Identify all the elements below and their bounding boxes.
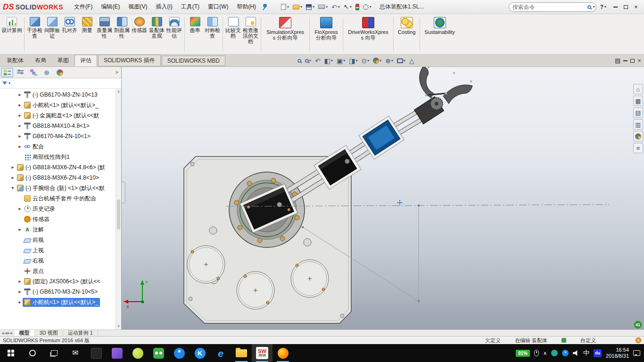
dropdown-caret-icon[interactable]: ▾: [404, 59, 405, 63]
dropdown-caret-icon[interactable]: ▾: [380, 59, 381, 63]
panel-expand-arrow-icon[interactable]: >: [114, 70, 120, 75]
baidu-ime-icon[interactable]: du: [594, 349, 602, 357]
tree-item[interactable]: ▸(-) GB6170-M3-ZN-10<13: [0, 90, 121, 100]
tray-expand-icon[interactable]: ∧: [543, 351, 547, 356]
dropdown-caret-icon[interactable]: ▾: [356, 59, 358, 63]
taskbar-kugou-app[interactable]: K: [190, 344, 210, 362]
expand-arrow-icon[interactable]: ▸: [17, 227, 23, 232]
hole-alignment-button[interactable]: 孔对齐: [61, 15, 78, 53]
measure-button[interactable]: 测量: [78, 15, 96, 53]
menu-window[interactable]: 窗口(W): [204, 0, 232, 14]
filter-caret-icon[interactable]: ▾: [8, 82, 10, 85]
taskbar-mail-app[interactable]: ✉: [65, 344, 86, 362]
mouse-settings-icon[interactable]: [534, 350, 539, 356]
menu-edit[interactable]: 编辑(E): [97, 0, 124, 14]
performance-evaluation-button[interactable]: 性能评估: [165, 15, 183, 53]
pin-menu-icon[interactable]: [262, 4, 267, 10]
mass-properties-button[interactable]: 质量属性: [96, 15, 113, 53]
simulationxpress-button[interactable]: SimulationXpress 分析向导: [263, 15, 308, 53]
expand-arrow-icon[interactable]: ▸: [17, 300, 23, 304]
taskbar-yellowgreen-app[interactable]: [127, 344, 148, 362]
tree-item[interactable]: 右视: [0, 255, 121, 266]
tab-sketch[interactable]: 草图: [52, 55, 74, 66]
menu-file[interactable]: 文件(F): [70, 0, 97, 14]
tab-property-manager[interactable]: [14, 68, 26, 77]
model-canvas[interactable]: * * * Y: [122, 67, 644, 329]
symmetry-check-button[interactable]: 对称检查: [204, 15, 221, 53]
dropdown-caret-icon[interactable]: ▾: [343, 59, 345, 63]
resource-monitor-icon[interactable]: [636, 337, 641, 343]
expand-arrow-icon[interactable]: ▸: [17, 206, 23, 211]
panel-splitter-handle[interactable]: [122, 181, 125, 203]
expand-arrow-icon[interactable]: ▸: [17, 123, 23, 128]
custom-properties-icon[interactable]: ≡: [633, 143, 643, 153]
assembly-visualization-button[interactable]: 装配体直观: [148, 15, 165, 53]
tab-display-manager[interactable]: [54, 68, 66, 77]
interference-check-button[interactable]: 干涉检查: [26, 15, 43, 53]
scrollbar-thumb[interactable]: [117, 199, 120, 230]
previous-view-button[interactable]: ↶: [314, 56, 322, 66]
tab-model[interactable]: 模型: [15, 330, 35, 336]
view-palette-icon[interactable]: ▥: [633, 119, 643, 130]
prev-tab-icon[interactable]: ◀: [4, 331, 7, 335]
options-button[interactable]: ▾: [362, 3, 373, 11]
view-settings-button[interactable]: ▾: [396, 56, 407, 66]
taskbar-file-explorer[interactable]: [231, 344, 252, 362]
taskbar-ie-app[interactable]: e: [210, 344, 231, 362]
maximize-button[interactable]: [620, 2, 631, 12]
tab-dimxpert-manager[interactable]: ⊕: [41, 68, 53, 77]
check-active-document-button[interactable]: 检查激活的文档: [242, 15, 259, 53]
expand-arrow-icon[interactable]: ▸: [17, 103, 23, 107]
tree-item[interactable]: ▾(-) 手腕组合 (新) <1> (默认<<默: [0, 183, 121, 193]
filter-funnel-icon[interactable]: [2, 82, 7, 87]
dropdown-caret-icon[interactable]: ▾: [338, 5, 340, 9]
driveworksxpress-button[interactable]: DriveWorksXpress 向导: [345, 15, 392, 53]
tree-item[interactable]: 原点: [0, 266, 121, 276]
tree-item[interactable]: ▸GB6170-M4-ZN-10<1>: [0, 131, 121, 141]
dropdown-caret-icon[interactable]: ▾: [331, 59, 333, 63]
display-style-button[interactable]: ◨▾: [347, 56, 359, 66]
doc-minimize-icon[interactable]: [623, 60, 627, 61]
status-custom[interactable]: 自定义: [580, 337, 596, 344]
dropdown-caret-icon[interactable]: ▾: [326, 5, 328, 9]
expand-arrow-icon[interactable]: ▸: [17, 279, 23, 284]
tree-item[interactable]: ▸(-) GB818-M3X6-ZN-4.8<10>: [0, 173, 121, 183]
tree-item[interactable]: 前视: [0, 235, 121, 245]
tree-item[interactable]: 局部线性阵列1: [0, 152, 121, 162]
doc-close-icon[interactable]: ×: [637, 58, 641, 64]
design-library-icon[interactable]: ▦: [633, 96, 643, 106]
tab-3d-views[interactable]: 3D 视图: [35, 330, 63, 336]
menu-insert[interactable]: 插入(I): [151, 0, 176, 14]
tray-blue-icon[interactable]: *: [562, 350, 569, 356]
dropdown-caret-icon[interactable]: ▾: [313, 5, 314, 9]
task-view-button[interactable]: [43, 344, 65, 362]
search-icon[interactable]: [587, 5, 591, 9]
tab-layout[interactable]: 布局: [29, 55, 52, 66]
tab-assembly[interactable]: 装配体: [1, 55, 29, 66]
open-button[interactable]: ▾: [291, 4, 304, 10]
tree-scrollbar[interactable]: ∧ ∨: [116, 89, 121, 329]
rebuild-button[interactable]: [354, 3, 361, 11]
help-button[interactable]: ?▾: [600, 4, 606, 10]
menu-tools[interactable]: 工具(T): [177, 0, 204, 14]
scroll-down-icon[interactable]: ∨: [117, 323, 120, 329]
doc-restore-icon[interactable]: [630, 59, 635, 63]
tab-solidworks-addins[interactable]: SOLIDWORKS 插件: [98, 55, 161, 66]
close-button[interactable]: ×: [631, 2, 641, 12]
clearance-verification-button[interactable]: 间隙验证: [43, 15, 61, 53]
minimize-button[interactable]: [610, 2, 620, 12]
expand-arrow-icon[interactable]: ▸: [10, 165, 16, 170]
cortana-search-button[interactable]: [22, 344, 43, 362]
tab-configuration-manager[interactable]: [27, 68, 40, 77]
expand-arrow-icon[interactable]: ▸: [17, 144, 23, 149]
dropdown-caret-icon[interactable]: ▾: [370, 5, 372, 9]
tab-solidworks-mbd[interactable]: SOLIDWORKS MBD: [162, 56, 225, 66]
undo-button[interactable]: ↶▾: [330, 3, 341, 11]
last-tab-icon[interactable]: ▶: [10, 331, 13, 335]
taskbar-green-chat-app[interactable]: [148, 344, 169, 362]
tree-item[interactable]: 云台机械手套件 中的配合: [0, 193, 121, 204]
scroll-up-icon[interactable]: ∧: [117, 89, 120, 95]
hide-show-items-button[interactable]: ⊙▾: [360, 56, 371, 66]
tree-item[interactable]: 传感器: [0, 214, 121, 224]
taskbar-blue-star-app[interactable]: *: [169, 344, 190, 362]
